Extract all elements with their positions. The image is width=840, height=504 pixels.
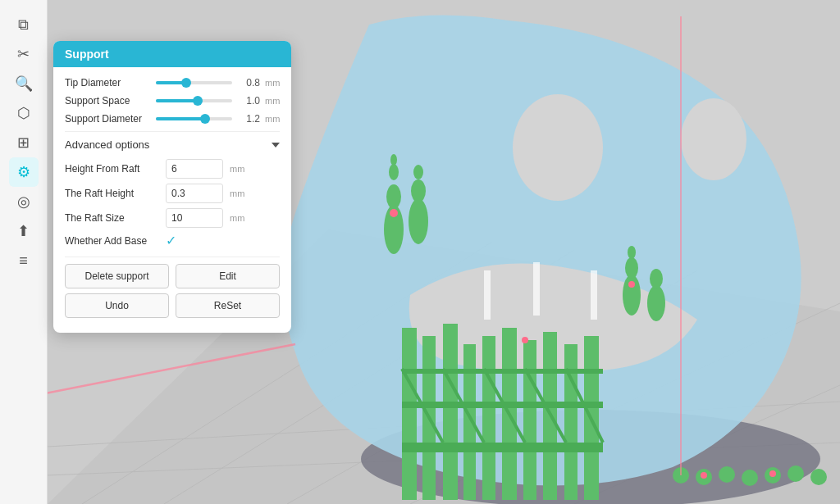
- export-icon[interactable]: ⬆: [9, 216, 39, 246]
- svg-point-44: [719, 466, 735, 483]
- divider: [65, 131, 280, 132]
- svg-rect-56: [533, 262, 540, 316]
- svg-point-45: [742, 470, 758, 486]
- svg-point-49: [390, 209, 398, 217]
- svg-rect-22: [402, 443, 603, 452]
- panel-body: Tip Diameter0.8mmSupport Space1.0mmSuppo…: [53, 67, 291, 333]
- slider-label-2: Support Diameter: [65, 113, 151, 125]
- checkbox-checkmark[interactable]: ✓: [166, 233, 176, 248]
- undo-button[interactable]: Undo: [65, 293, 169, 318]
- svg-point-39: [628, 246, 636, 259]
- svg-rect-24: [402, 369, 603, 374]
- slider-label-1: Support Space: [65, 95, 151, 107]
- input-label-1: The Raft Height: [65, 188, 159, 199]
- panel-header: Support: [53, 41, 291, 67]
- slider-track-0[interactable]: [156, 81, 232, 84]
- support-icon[interactable]: ⚙: [9, 157, 39, 187]
- slider-thumb-0[interactable]: [181, 78, 191, 88]
- slider-row-1: Support Space1.0mm: [65, 95, 280, 107]
- advanced-options-row[interactable]: Advanced options: [65, 138, 280, 151]
- svg-point-33: [390, 154, 397, 166]
- slider-track-2[interactable]: [156, 117, 232, 120]
- svg-rect-14: [443, 324, 458, 500]
- copy-icon[interactable]: ⧉: [9, 10, 39, 39]
- panel-title: Support: [65, 48, 109, 61]
- svg-point-40: [647, 285, 665, 321]
- slider-thumb-2[interactable]: [200, 114, 210, 124]
- buttons-row1: Delete support Edit: [65, 264, 280, 288]
- svg-point-50: [628, 281, 635, 288]
- slider-fill-1: [156, 99, 198, 102]
- svg-point-48: [810, 469, 827, 485]
- buttons-row2: Undo ReSet: [65, 293, 280, 318]
- advanced-options-label: Advanced options: [65, 138, 149, 151]
- svg-point-41: [650, 269, 663, 288]
- svg-rect-16: [482, 336, 495, 500]
- input-field-1[interactable]: [166, 184, 223, 203]
- svg-point-10: [513, 94, 603, 201]
- svg-point-36: [413, 165, 423, 179]
- slider-value-2: 1.2: [237, 113, 260, 125]
- svg-point-53: [769, 470, 776, 477]
- sidebar: ⧉✂🔍⬡⊞⚙◎⬆≡: [0, 0, 48, 504]
- input-row-0: Height From Raftmm: [65, 159, 280, 179]
- svg-rect-20: [564, 344, 578, 500]
- layers-icon[interactable]: ⊞: [9, 128, 39, 157]
- delete-support-button[interactable]: Delete support: [65, 264, 169, 288]
- input-unit-1: mm: [230, 188, 244, 198]
- slider-fill-2: [156, 117, 205, 120]
- slider-unit-1: mm: [265, 96, 280, 106]
- svg-point-11: [681, 98, 746, 180]
- input-row-2: The Raft Sizemm: [65, 208, 280, 228]
- checkbox-row: Whether Add Base ✓: [65, 233, 280, 248]
- cut-icon[interactable]: ✂: [9, 39, 39, 69]
- svg-point-51: [522, 337, 528, 343]
- support-panel: Support Tip Diameter0.8mmSupport Space1.…: [53, 41, 291, 333]
- svg-point-47: [788, 465, 804, 482]
- advanced-options-arrow: [272, 143, 280, 148]
- slider-thumb-1[interactable]: [193, 96, 203, 106]
- slider-unit-2: mm: [265, 114, 280, 124]
- shape-icon[interactable]: ⬡: [9, 98, 39, 128]
- svg-rect-54: [484, 270, 491, 320]
- slider-track-1[interactable]: [156, 99, 232, 102]
- svg-point-52: [701, 472, 707, 479]
- slider-value-0: 0.8: [237, 77, 260, 89]
- svg-point-35: [411, 179, 426, 202]
- svg-point-32: [389, 164, 399, 180]
- slider-label-0: Tip Diameter: [65, 77, 151, 89]
- svg-point-38: [625, 257, 638, 279]
- input-field-0[interactable]: [166, 159, 223, 179]
- stack-icon[interactable]: ≡: [9, 246, 39, 275]
- input-label-0: Height From Raft: [65, 163, 159, 175]
- input-unit-2: mm: [230, 213, 244, 223]
- input-field-2[interactable]: [166, 208, 223, 228]
- svg-rect-18: [523, 340, 536, 500]
- camera-icon[interactable]: ◎: [9, 187, 39, 216]
- svg-point-37: [623, 275, 641, 316]
- checkbox-label: Whether Add Base: [65, 235, 159, 247]
- zoom-icon[interactable]: 🔍: [9, 69, 39, 98]
- input-row-1: The Raft Heightmm: [65, 184, 280, 203]
- divider2: [65, 257, 280, 257]
- edit-button[interactable]: Edit: [176, 264, 280, 288]
- input-unit-0: mm: [230, 164, 244, 174]
- slider-value-1: 1.0: [237, 95, 260, 107]
- input-label-2: The Raft Size: [65, 212, 159, 224]
- slider-row-0: Tip Diameter0.8mm: [65, 77, 280, 89]
- svg-point-31: [386, 184, 401, 209]
- reset-button[interactable]: ReSet: [176, 293, 280, 318]
- svg-rect-55: [591, 270, 597, 320]
- svg-rect-12: [402, 328, 417, 500]
- slider-row-2: Support Diameter1.2mm: [65, 113, 280, 125]
- slider-unit-0: mm: [265, 78, 280, 88]
- svg-point-34: [409, 198, 428, 244]
